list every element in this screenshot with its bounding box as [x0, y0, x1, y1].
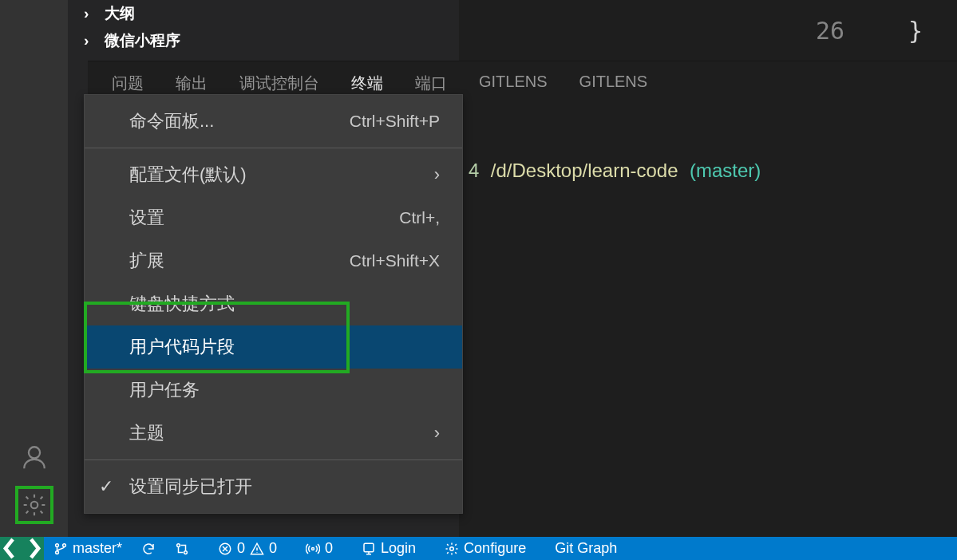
broadcast-icon	[306, 542, 320, 556]
sidebar-section-label: 微信小程序	[105, 30, 180, 51]
menu-item-shortcut: Ctrl+Shift+X	[350, 251, 440, 270]
status-configure-label: Configure	[464, 540, 526, 557]
status-problems[interactable]: 0 0	[208, 537, 287, 560]
panel-tab-gitlens-1[interactable]: GITLENS	[479, 73, 548, 94]
svg-rect-9	[364, 543, 374, 552]
status-branch-label: master*	[73, 540, 122, 557]
svg-point-6	[184, 550, 188, 554]
svg-point-10	[450, 546, 454, 550]
status-ports-count: 0	[325, 540, 333, 557]
terminal-path: /d/Desktop/learn-code	[491, 160, 678, 181]
panel-tab-terminal[interactable]: 终端	[351, 73, 383, 94]
terminal-branch-open: (	[690, 160, 696, 181]
menu-item-label: 命令面板...	[129, 109, 214, 133]
status-git-graph[interactable]: Git Graph	[545, 537, 627, 560]
editor-line-number: 26	[816, 17, 844, 45]
status-sync[interactable]	[132, 537, 165, 560]
chevron-right-icon: ›	[434, 423, 440, 444]
sync-icon	[141, 542, 156, 556]
gear-context-menu: 命令面板... Ctrl+Shift+P 配置文件(默认) › 设置 Ctrl+…	[84, 94, 463, 514]
menu-item-themes[interactable]: 主题 ›	[85, 412, 462, 455]
svg-point-5	[177, 543, 180, 546]
menu-item-shortcut: Ctrl+Shift+P	[350, 112, 440, 131]
gear-icon	[445, 542, 459, 556]
status-configure[interactable]: Configure	[435, 537, 536, 560]
account-icon[interactable]	[15, 438, 53, 476]
warning-icon	[250, 542, 264, 556]
panel-tab-gitlens-2[interactable]: GITLENS	[579, 73, 648, 94]
panel-tab-ports[interactable]: 端口	[415, 73, 447, 94]
menu-item-profiles[interactable]: 配置文件(默认) ›	[85, 153, 462, 196]
status-remote-indicator[interactable]	[0, 537, 44, 560]
panel-tab-problems[interactable]: 问题	[112, 73, 144, 94]
terminal-output[interactable]: 4 /d/Desktop/learn-code (master)	[459, 152, 957, 537]
status-branch[interactable]: master*	[44, 537, 132, 560]
panel-tab-output[interactable]: 输出	[176, 73, 208, 94]
status-ports[interactable]: 0	[296, 537, 342, 560]
menu-item-label: 主题	[129, 421, 164, 445]
menu-item-command-palette[interactable]: 命令面板... Ctrl+Shift+P	[85, 100, 462, 143]
menu-item-label: 用户任务	[129, 378, 200, 402]
menu-item-settings[interactable]: 设置 Ctrl+,	[85, 196, 462, 239]
status-login-label: Login	[381, 540, 416, 557]
svg-point-2	[56, 543, 59, 546]
editor-brace: }	[908, 17, 923, 45]
menu-separator	[85, 148, 462, 148]
status-login[interactable]: Login	[352, 537, 425, 560]
menu-item-label: 扩展	[129, 249, 164, 273]
status-git-graph-label: Git Graph	[555, 540, 617, 557]
svg-point-3	[56, 550, 59, 554]
menu-item-user-tasks[interactable]: 用户任务	[85, 369, 462, 412]
menu-item-settings-sync[interactable]: ✓ 设置同步已打开	[85, 465, 462, 508]
error-icon	[218, 542, 232, 556]
sidebar-section-outline[interactable]: › 大纲	[68, 0, 459, 27]
terminal-branch: master	[696, 160, 754, 181]
editor-fragment: 26 }	[781, 0, 957, 61]
panel-tabs: 问题 输出 调试控制台 终端 端口 GITLENS GITLENS	[88, 61, 957, 94]
gear-icon[interactable]	[15, 486, 53, 524]
login-icon	[362, 542, 376, 556]
menu-item-user-snippets[interactable]: 用户代码片段	[85, 325, 462, 369]
status-warnings-count: 0	[269, 540, 277, 557]
sidebar-section-label: 大纲	[105, 3, 135, 24]
terminal-segment: 4	[469, 160, 479, 181]
svg-point-1	[30, 502, 38, 509]
menu-item-label: 设置同步已打开	[129, 475, 252, 499]
svg-point-4	[63, 543, 66, 546]
svg-point-0	[28, 447, 39, 458]
status-bar: master* 0 0 0 Login Configure Git Graph	[0, 537, 957, 560]
panel-tab-debug-console[interactable]: 调试控制台	[239, 73, 319, 94]
terminal-branch-close: )	[754, 160, 761, 181]
menu-item-label: 设置	[129, 206, 164, 230]
menu-item-label: 键盘快捷方式	[129, 292, 235, 316]
status-git-compare[interactable]	[165, 537, 199, 560]
check-icon: ✓	[99, 476, 113, 497]
git-branch-icon	[53, 542, 68, 556]
chevron-right-icon: ›	[84, 5, 98, 22]
menu-item-label: 用户代码片段	[129, 335, 235, 359]
git-compare-icon	[175, 542, 189, 556]
svg-point-8	[312, 547, 314, 550]
menu-separator	[85, 459, 462, 460]
menu-item-keyboard-shortcuts[interactable]: 键盘快捷方式	[85, 282, 462, 325]
activity-bar	[0, 0, 68, 537]
status-errors-count: 0	[237, 540, 245, 557]
sidebar-section-miniprogram[interactable]: › 微信小程序	[68, 27, 459, 54]
menu-item-label: 配置文件(默认)	[129, 163, 247, 187]
menu-item-shortcut: Ctrl+,	[399, 208, 440, 227]
chevron-right-icon: ›	[84, 32, 98, 49]
menu-item-extensions[interactable]: 扩展 Ctrl+Shift+X	[85, 239, 462, 282]
chevron-right-icon: ›	[434, 164, 440, 185]
